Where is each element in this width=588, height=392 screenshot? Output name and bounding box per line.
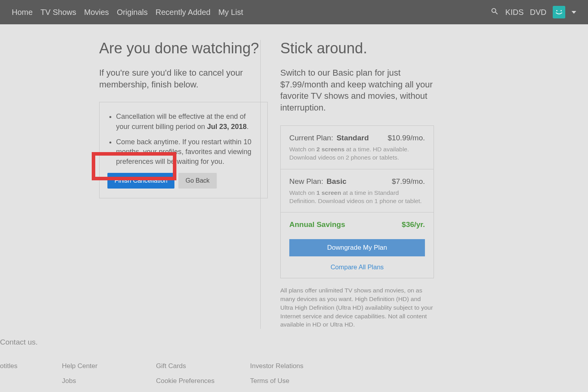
nav-movies[interactable]: Movies [84,8,109,17]
current-plan-desc-pre: Watch on [289,146,316,152]
new-plan-desc: Watch on 1 screen at a time in Standard … [289,189,425,205]
nav-recently-added[interactable]: Recently Added [156,8,211,17]
current-plan-price: $10.99/mo. [388,134,425,142]
cancel-heading: Are you done watching? [99,40,260,57]
footer-link-investor-relations[interactable]: Investor Relations [250,362,344,370]
savings-section: Annual Savings $36/yr. Downgrade My Plan… [281,212,434,278]
cancel-lead: If you're sure you'd like to cancel your… [99,67,260,90]
nav-my-list[interactable]: My List [218,8,243,17]
svg-point-1 [561,10,562,11]
new-plan-desc-bold: 1 screen [316,189,341,196]
search-icon[interactable] [490,7,499,18]
nav-kids[interactable]: KIDS [505,8,524,17]
plan-fineprint: All plans offer unlimited TV shows and m… [280,286,434,328]
compare-all-plans-link[interactable]: Compare All Plans [289,263,425,271]
current-plan-desc: Watch on 2 screens at a time. HD availab… [289,145,425,162]
new-plan-desc-pre: Watch on [289,189,316,196]
nav-left: Home TV Shows Movies Originals Recently … [12,8,243,17]
current-plan-label: Current Plan: [289,134,333,142]
downgrade-column: Stick around. Switch to our Basic plan f… [261,40,535,329]
cancel-column: Are you done watching? If you're sure yo… [53,40,261,329]
nav-originals[interactable]: Originals [117,8,148,17]
new-plan-name: Basic [327,177,347,185]
current-plan-desc-bold: 2 screens [316,146,345,152]
footer-link-otitles[interactable]: otitles [0,362,62,370]
stick-around-heading: Stick around. [280,40,535,57]
stick-around-lead: Switch to our Basic plan for just $7.99/… [280,67,445,114]
go-back-button[interactable]: Go Back [178,173,216,189]
profile-caret-icon[interactable] [572,11,576,14]
footer-link-jobs[interactable]: Jobs [62,377,156,385]
cancel-bullet-1: Cancellation will be effective at the en… [116,112,260,131]
nav-right: KIDS DVD [490,6,576,18]
svg-point-0 [556,10,557,11]
nav-tv-shows[interactable]: TV Shows [40,8,76,17]
cancel-bullet-2: Come back anytime. If you restart within… [116,137,260,167]
new-plan-price: $7.99/mo. [392,177,425,186]
new-plan-section: New Plan: Basic $7.99/mo. Watch on 1 scr… [281,169,434,213]
current-plan-section: Current Plan: Standard $10.99/mo. Watch … [281,126,434,169]
nav-home[interactable]: Home [12,8,33,17]
footer-link-cookie-preferences[interactable]: Cookie Preferences [156,377,250,385]
footer-link-terms-of-use[interactable]: Terms of Use [250,377,344,385]
main-content: Are you done watching? If you're sure yo… [0,24,588,329]
profile-avatar[interactable] [553,6,565,18]
footer-link-help-center[interactable]: Help Center [62,362,156,370]
cancel-box: Cancellation will be effective at the en… [99,102,268,198]
savings-label: Annual Savings [289,220,345,229]
cancel-button-row: Finish Cancellation Go Back [107,173,260,189]
footer-contact[interactable]: Contact us. [0,338,588,347]
new-plan-label: New Plan: [289,177,323,185]
cancel-bullet-1-post: . [247,123,249,131]
downgrade-button[interactable]: Downgrade My Plan [289,239,425,256]
top-nav: Home TV Shows Movies Originals Recently … [0,0,588,24]
plan-box: Current Plan: Standard $10.99/mo. Watch … [280,125,434,279]
footer-link-gift-cards[interactable]: Gift Cards [156,362,250,370]
finish-cancellation-button[interactable]: Finish Cancellation [107,173,174,189]
cancel-bullet-1-date: Jul 23, 2018 [207,123,247,131]
savings-value: $36/yr. [402,220,425,229]
current-plan-name: Standard [336,134,368,142]
nav-dvd[interactable]: DVD [530,8,546,17]
footer: Contact us. otitles Help Center Jobs Gif… [0,338,588,392]
